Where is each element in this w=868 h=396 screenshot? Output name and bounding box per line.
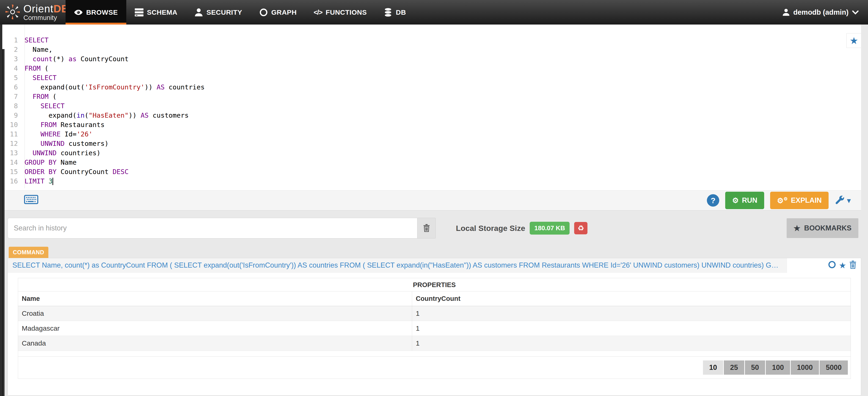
- query-result-card: SELECT Name, count(*) as CountryCount FR…: [7, 258, 861, 396]
- trash-icon: [849, 260, 857, 271]
- cell-countrycount: 1: [412, 336, 850, 351]
- page-size-100[interactable]: 100: [766, 361, 790, 375]
- circle-icon: [828, 261, 836, 271]
- user-menu-label: demodb (admin): [793, 8, 848, 17]
- keyboard-shortcuts-button[interactable]: [24, 195, 38, 206]
- run-button[interactable]: ⚙RUN: [725, 192, 764, 209]
- tab-browse[interactable]: BROWSE: [66, 0, 126, 25]
- tab-security[interactable]: SECURITY: [186, 0, 251, 25]
- code-line: 11 WHERE Id='26': [2, 129, 861, 139]
- help-button[interactable]: ?: [707, 194, 719, 207]
- page-size-50[interactable]: 50: [745, 361, 765, 375]
- search-history-input[interactable]: [7, 218, 417, 239]
- chevron-down-icon: [852, 8, 859, 17]
- tab-label: DB: [396, 8, 406, 16]
- top-navbar: OrientDB Community BROWSESCHEMASECURITYG…: [0, 0, 868, 25]
- page-size-1000[interactable]: 1000: [791, 361, 819, 375]
- tab-label: SECURITY: [207, 8, 242, 16]
- column-header-countrycount: CountryCount: [412, 292, 850, 306]
- editor-settings-dropdown[interactable]: ▾: [835, 195, 851, 206]
- wrench-icon: [835, 195, 845, 206]
- orientdb-logo[interactable]: OrientDB Community: [0, 0, 66, 25]
- circle-icon: [259, 8, 268, 17]
- cell-countrycount: 1: [412, 321, 850, 336]
- recycle-icon: ♻: [578, 224, 584, 233]
- tab-label: BROWSE: [86, 8, 118, 16]
- page-size-selector: 10255010010005000: [703, 361, 848, 375]
- schema-icon: [135, 8, 144, 17]
- code-icon: </>: [314, 9, 322, 16]
- main-content: 1SELECT2 Name,3 count(*) as CountryCount…: [2, 25, 868, 396]
- code-line: 1SELECT: [2, 35, 861, 45]
- table-row: Croatia1: [18, 306, 850, 321]
- code-line: 4FROM (: [2, 64, 861, 73]
- rerun-query-button[interactable]: [828, 261, 836, 271]
- table-spacer: [18, 351, 850, 356]
- clear-history-button[interactable]: [417, 218, 436, 239]
- text-cursor: [53, 178, 53, 185]
- page-size-5000[interactable]: 5000: [819, 361, 848, 375]
- code-line: 6 expand(out('IsFromCountry')) AS countr…: [2, 83, 861, 92]
- user-icon: [782, 8, 790, 16]
- code-line: 15ORDER BY CountryCount DESC: [2, 167, 861, 177]
- page-size-25[interactable]: 25: [724, 361, 744, 375]
- user-menu[interactable]: demodb (admin): [773, 0, 868, 25]
- tab-label: SCHEMA: [147, 8, 177, 16]
- delete-result-button[interactable]: [849, 260, 857, 271]
- local-storage-label: Local Storage Size: [456, 224, 525, 233]
- history-bar: Local Storage Size 180.07 KB ♻ ★BOOKMARK…: [2, 211, 868, 244]
- code-line: 7 FROM (: [2, 92, 861, 101]
- code-line: 5 SELECT: [2, 73, 861, 83]
- table-row: Canada1: [18, 336, 850, 351]
- eye-icon: [74, 8, 83, 17]
- column-header-name: Name: [18, 295, 412, 302]
- code-line: 10 FROM Restaurants: [2, 120, 861, 129]
- bookmark-result-button[interactable]: ★: [839, 261, 846, 270]
- command-query-text[interactable]: SELECT Name, count(*) as CountryCount FR…: [8, 258, 787, 273]
- query-editor[interactable]: 1SELECT2 Name,3 count(*) as CountryCount…: [2, 25, 861, 190]
- gear-icon: ⚙: [732, 197, 739, 204]
- cell-name: Croatia: [18, 310, 412, 317]
- orientdb-burst-icon: [5, 4, 20, 21]
- orientdb-studio-page: OrientDB Community BROWSESCHEMASECURITYG…: [0, 0, 868, 396]
- code-line: 9 expand(in("HasEaten")) AS customers: [2, 111, 861, 120]
- explain-button[interactable]: ⚙︎⚙︎EXPLAIN: [770, 192, 829, 209]
- code-line: 8 SELECT: [2, 101, 861, 111]
- table-body: Croatia1Madagascar1Canada1: [18, 306, 850, 351]
- gears-icon: ⚙︎⚙︎: [777, 197, 787, 204]
- brand-subtitle: Community: [23, 14, 69, 21]
- table-row: Madagascar1: [18, 321, 850, 336]
- query-result-section: COMMAND SELECT Name, count(*) as Country…: [2, 244, 868, 396]
- tab-schema[interactable]: SCHEMA: [126, 0, 186, 25]
- keyboard-icon: [24, 195, 38, 206]
- tab-functions[interactable]: </>FUNCTIONS: [305, 0, 375, 25]
- cell-name: Canada: [18, 339, 412, 347]
- code-line: 2 Name,: [2, 45, 861, 54]
- cell-countrycount: 1: [412, 306, 850, 321]
- code-line: 14GROUP BY Name: [2, 158, 861, 167]
- question-icon: ?: [711, 196, 716, 205]
- results-table: PROPERTIES NameCountryCount Croatia1Mada…: [18, 278, 851, 379]
- local-storage-info: Local Storage Size 180.07 KB ♻: [456, 222, 587, 235]
- navbar-tabs: BROWSESCHEMASECURITYGRAPH</>FUNCTIONSDB: [66, 0, 414, 25]
- pagination-bar: 10255010010005000: [18, 356, 850, 378]
- local-storage-size-badge: 180.07 KB: [530, 222, 569, 235]
- clear-storage-button[interactable]: ♻: [574, 222, 587, 234]
- brand-title: OrientDB: [23, 3, 69, 14]
- page-size-10[interactable]: 10: [703, 361, 723, 375]
- code-line: 13 UNWIND countries): [2, 148, 861, 158]
- bookmark-query-button[interactable]: ★: [846, 33, 861, 48]
- user-icon: [194, 8, 203, 17]
- bookmarks-button[interactable]: ★BOOKMARKS: [787, 218, 858, 238]
- code-editor-lines: 1SELECT2 Name,3 count(*) as CountryCount…: [2, 25, 861, 186]
- database-icon: [384, 8, 393, 17]
- history-search-group: [7, 218, 436, 239]
- command-bar: SELECT Name, count(*) as CountryCount FR…: [8, 258, 861, 273]
- tab-graph[interactable]: GRAPH: [251, 0, 305, 25]
- tab-label: GRAPH: [271, 8, 297, 16]
- tab-label: FUNCTIONS: [326, 8, 367, 16]
- tab-db[interactable]: DB: [375, 0, 414, 25]
- editor-toolbar: ? ⚙RUN ⚙︎⚙︎EXPLAIN ▾: [2, 190, 861, 211]
- command-type-badge: COMMAND: [9, 247, 49, 258]
- star-icon: ★: [850, 35, 858, 46]
